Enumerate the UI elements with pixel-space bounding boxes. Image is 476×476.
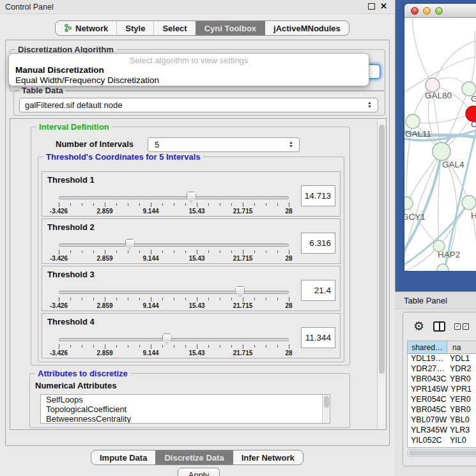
threshold-value-field[interactable]: 6.316 xyxy=(301,233,335,254)
tab-impute-data[interactable]: Impute Data xyxy=(91,450,155,464)
slider-thumb[interactable] xyxy=(162,334,172,344)
tab-infer-network[interactable]: Infer Network xyxy=(233,450,303,464)
mac-minimize-icon[interactable] xyxy=(423,7,431,15)
popup-item-equal-width-frequency[interactable]: Equal Width/Frequency Discretization xyxy=(9,75,369,86)
cell-shared-name[interactable]: YDR27… xyxy=(408,364,447,374)
tab-select[interactable]: Select xyxy=(153,21,195,35)
network-canvas[interactable]: GAL80GACGAL11GAL4GCY1HAHAP2 xyxy=(404,18,476,271)
cell-shared-name[interactable]: YBR045C xyxy=(408,405,447,415)
cell-shared-name[interactable]: YLR345W xyxy=(408,426,447,436)
network-edge[interactable] xyxy=(469,31,475,89)
combo-arrows-icon[interactable]: ▲▼ xyxy=(367,101,372,109)
table-row[interactable]: YBR045CYBR0 xyxy=(408,405,476,415)
checkbox-icon[interactable]: ✓ xyxy=(454,323,461,330)
H-node[interactable] xyxy=(462,196,476,210)
threshold-slider[interactable]: -3.4262.8599.14415.4321.71528 xyxy=(59,337,289,356)
column-header-shared-name[interactable]: shared… xyxy=(408,341,447,353)
axis-tick-label: 28 xyxy=(285,208,292,215)
bottom-tab-strip: Impute DataDiscretize DataInfer Network xyxy=(91,450,303,465)
table-row[interactable]: YPR145WYPR1 xyxy=(408,385,476,395)
network-edge[interactable] xyxy=(413,114,473,123)
network-edge[interactable] xyxy=(412,18,433,85)
slider-track[interactable] xyxy=(59,243,289,247)
axis-tick-label: -3.426 xyxy=(50,349,68,357)
popup-item-manual-discretization[interactable]: Manual Discretization xyxy=(9,65,369,75)
network-edge[interactable] xyxy=(406,246,439,271)
table-data-combobox-value: galFiltered.sif default node xyxy=(25,100,122,110)
cell-shared-name[interactable]: YIL052C xyxy=(408,436,447,446)
GAL4-node[interactable] xyxy=(433,142,450,160)
settings-vertical-scrollbar[interactable] xyxy=(377,119,385,429)
GCY1-node[interactable] xyxy=(404,197,413,210)
table-horizontal-scrollbar[interactable] xyxy=(407,449,476,457)
cell-name[interactable]: YPR1 xyxy=(448,385,476,395)
cell-shared-name[interactable]: YER054C xyxy=(408,395,447,405)
threshold-label: Threshold 3 xyxy=(47,270,95,279)
control-panel: Control Panel ✕ NetworkStyleSelectCyni T… xyxy=(0,0,395,476)
table-data-combobox[interactable]: galFiltered.sif default node ▲▼ xyxy=(19,98,378,112)
bottom-node[interactable] xyxy=(437,264,449,271)
cell-name[interactable]: YDR2 xyxy=(447,364,476,374)
tab-discretize-data[interactable]: Discretize Data xyxy=(155,450,232,464)
table-row[interactable]: YLR345WYLR3 xyxy=(408,426,476,436)
slider-thumb[interactable] xyxy=(125,239,135,250)
slider-thumb[interactable] xyxy=(235,286,245,297)
apply-button[interactable]: Apply xyxy=(178,468,220,476)
threshold-slider[interactable]: -3.4262.8599.14415.4321.71528 xyxy=(59,242,289,261)
table-row[interactable]: YBL079WYBL0 xyxy=(408,415,476,426)
GAL80-node[interactable] xyxy=(426,78,440,92)
attribute-list-item[interactable]: BetweennessCentrality xyxy=(41,414,330,424)
attributes-group: Attributes to discretize Numerical Attri… xyxy=(29,373,350,428)
gear-icon[interactable]: ⚙ xyxy=(413,320,424,333)
attribute-list-item[interactable]: TopologicalCoefficient xyxy=(41,404,330,414)
table-row[interactable]: YDR27…YDR2 xyxy=(408,364,476,374)
tab-network[interactable]: Network xyxy=(56,21,116,35)
table-data-group: Table Data galFiltered.sif default node … xyxy=(13,90,385,116)
checkbox-icon[interactable]: ✓ xyxy=(463,323,469,330)
cell-name[interactable]: YBR0 xyxy=(447,374,476,385)
column-header-name[interactable]: na xyxy=(447,341,476,353)
columns-icon[interactable] xyxy=(433,321,445,332)
table-row[interactable]: YER054CYER0 xyxy=(408,395,476,405)
table-data-group-title: Table Data xyxy=(19,86,66,95)
cell-shared-name[interactable]: YPR145W xyxy=(408,385,448,395)
threshold-label: Threshold 4 xyxy=(47,317,95,326)
numerical-attributes-list[interactable]: SelfLoopsTopologicalCoefficientBetweenne… xyxy=(40,394,330,424)
number-of-intervals-spinner[interactable]: 5 ▲▼ xyxy=(148,137,300,152)
tab-jactivemnodules[interactable]: jActiveMNodules xyxy=(265,21,349,35)
slider-track[interactable] xyxy=(59,196,289,199)
node-label-HA: HA xyxy=(471,211,476,220)
attributes-list-scrollbar[interactable] xyxy=(322,395,330,423)
close-icon[interactable]: ✕ xyxy=(380,3,387,10)
cell-name[interactable]: YBL0 xyxy=(447,415,476,426)
cell-name[interactable]: YLR3 xyxy=(447,426,476,436)
threshold-value-field[interactable]: 11.344 xyxy=(301,327,335,348)
cell-shared-name[interactable]: YDL19… xyxy=(408,354,447,364)
cell-name[interactable]: YDL1 xyxy=(447,354,476,364)
GAL11-node[interactable] xyxy=(406,114,420,128)
cell-shared-name[interactable]: YBR043C xyxy=(408,374,447,385)
table-row[interactable]: YBR043CYBR0 xyxy=(408,374,476,385)
slider-thumb[interactable] xyxy=(187,192,196,203)
mac-zoom-icon[interactable] xyxy=(435,7,443,15)
mac-close-icon[interactable] xyxy=(411,7,418,15)
cell-name[interactable]: YER0 xyxy=(447,395,476,405)
threshold-slider[interactable]: -3.4262.8599.14415.4321.71528 xyxy=(59,195,289,214)
cell-name[interactable]: YIL0 xyxy=(447,436,476,446)
threshold-slider[interactable]: -3.4262.8599.14415.4321.71528 xyxy=(59,289,289,309)
tab-style[interactable]: Style xyxy=(116,21,153,35)
cell-shared-name[interactable]: YBL079W xyxy=(408,415,447,426)
table-row[interactable]: YDL19…YDL1 xyxy=(408,354,476,364)
slider-track[interactable] xyxy=(59,338,289,341)
tab-label: Infer Network xyxy=(242,453,295,463)
table-row[interactable]: YIL052CYIL0 xyxy=(408,436,476,446)
threshold-value-field[interactable]: 21.4 xyxy=(301,280,335,301)
attribute-list-item[interactable]: SelfLoops xyxy=(41,395,330,404)
slider-track[interactable] xyxy=(59,291,289,294)
threshold-value-field[interactable]: 14.713 xyxy=(301,185,335,206)
tab-cyni-toolbox[interactable]: Cyni Toolbox xyxy=(196,21,265,35)
cell-name[interactable]: YBR0 xyxy=(447,405,476,415)
axis-tick-label: 2.859 xyxy=(96,302,112,309)
spinner-arrows-icon[interactable]: ▲▼ xyxy=(289,141,293,148)
float-window-icon[interactable] xyxy=(368,3,375,10)
